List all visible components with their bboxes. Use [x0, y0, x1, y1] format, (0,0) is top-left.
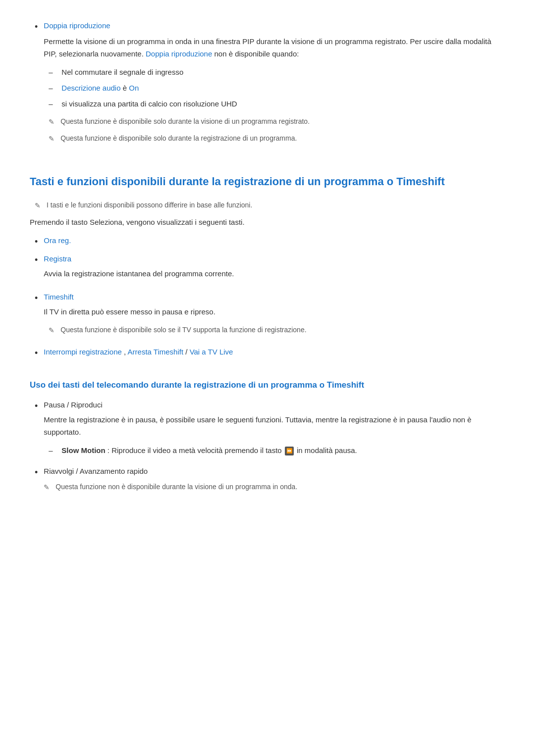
dash-item-3: – si visualizza una partita di calcio co… [49, 98, 505, 110]
riavvolgi-item: • Riavvolgi / Avanzamento rapido Questa … [30, 465, 505, 498]
ora-reg-link[interactable]: Ora reg. [44, 236, 71, 245]
section1-intro: Premendo il tasto Seleziona, vengono vis… [30, 216, 505, 229]
bullet-dot-registra: • [35, 254, 38, 266]
registra-content: Registra Avvia la registrazione istantan… [44, 253, 505, 286]
doppia-riproduzione-inline-link[interactable]: Doppia riproduzione [146, 50, 212, 58]
on-value: On [129, 84, 139, 92]
timeshift-item: • Timeshift Il TV in diretta può essere … [30, 291, 505, 341]
dash-1: – [49, 66, 54, 78]
pausa-riproduci-item: • Pausa / Riproduci Mentre la registrazi… [30, 399, 505, 460]
descrizione-audio-link[interactable]: Descrizione audio [61, 84, 120, 92]
timeshift-description: Il TV in diretta può essere messo in pau… [44, 306, 505, 318]
slow-motion-text: : Riproduce il video a metà velocità pre… [107, 446, 284, 454]
doppia-riproduzione-link[interactable]: Doppia riproduzione [44, 21, 110, 30]
timeshift-content: Timeshift Il TV in diretta può essere me… [44, 291, 505, 341]
doppia-riproduzione-sublist: – Nel commutare il segnale di ingresso –… [49, 66, 505, 110]
pencil-icon-3 [35, 200, 43, 207]
pencil-icon-2 [49, 133, 56, 141]
pausa-riproduci-title: Pausa / Riproduci [44, 401, 102, 409]
dash-item-1: – Nel commutare il segnale di ingresso [49, 66, 505, 78]
interrompi-registrazione-link[interactable]: Interrompi registrazione [44, 348, 122, 356]
timeshift-note: Questa funzione è disponibile solo se il… [49, 324, 505, 335]
doppia-riproduzione-description: Permette la visione di un programma in o… [44, 36, 505, 60]
pencil-icon-1 [49, 116, 56, 124]
bullet-dot-interrompi: • [35, 347, 38, 359]
section2-heading: Uso dei tasti del telecomando durante la… [30, 379, 505, 391]
pausa-sublist: – Slow Motion : Riproduce il video a met… [49, 445, 505, 456]
timeshift-link[interactable]: Timeshift [44, 293, 73, 301]
dash-item-2: – Descrizione audio è On [49, 82, 505, 94]
section2-bullets: • Pausa / Riproduci Mentre la registrazi… [30, 399, 505, 498]
registra-description: Avvia la registrazione istantanea del pr… [44, 268, 505, 280]
slow-motion-label: Slow Motion [61, 446, 105, 454]
pausa-riproduci-description: Mentre la registrazione è in pausa, è po… [44, 414, 505, 439]
pencil-icon-4 [49, 324, 56, 332]
interrompi-item: • Interrompi registrazione , Arresta Tim… [30, 346, 505, 359]
section1-heading: Tasti e funzioni disponibili durante la … [30, 174, 505, 190]
riavvolgi-content: Riavvolgi / Avanzamento rapido Questa fu… [44, 465, 505, 498]
interrompi-content: Interrompi registrazione , Arresta Times… [44, 346, 505, 358]
dash-slow: – [49, 445, 54, 456]
section1-bullets: • Ora reg. • Registra Avvia la registraz… [30, 235, 505, 359]
section1-note: I tasti e le funzioni disponibili posson… [35, 200, 505, 210]
ora-reg-content: Ora reg. [44, 235, 505, 247]
note-1: Questa funzione è disponibile solo duran… [49, 116, 505, 127]
note-2: Questa funzione è disponibile solo duran… [49, 133, 505, 144]
riavvolgi-note: Questa funzione non è disponibile durant… [44, 481, 505, 492]
top-bullet-section: • Doppia riproduzione Permette la vision… [30, 20, 505, 150]
ora-reg-item: • Ora reg. [30, 235, 505, 248]
bullet-dot-riavvolgi: • [35, 466, 38, 479]
pencil-icon-5 [44, 481, 52, 489]
doppia-riproduzione-content: Doppia riproduzione Permette la visione … [44, 20, 505, 150]
dash-2: – [49, 82, 54, 94]
ff-button-icon: ⏩ [285, 447, 294, 455]
bullet-dot: • [35, 21, 38, 33]
bullet-dot-ora: • [35, 236, 38, 248]
arresta-timeshift-link[interactable]: Arresta Timeshift [128, 348, 184, 356]
riavvolgi-title: Riavvolgi / Avanzamento rapido [44, 467, 148, 475]
vai-tv-live-link[interactable]: Vai a TV Live [190, 348, 233, 356]
registra-link[interactable]: Registra [44, 254, 71, 263]
pausa-riproduci-content: Pausa / Riproduci Mentre la registrazion… [44, 399, 505, 460]
slow-motion-item: – Slow Motion : Riproduce il video a met… [49, 445, 505, 456]
bullet-dot-timeshift: • [35, 292, 38, 304]
bullet-dot-pausa: • [35, 400, 38, 412]
dash-3: – [49, 98, 54, 110]
doppia-riproduzione-item: • Doppia riproduzione Permette la vision… [30, 20, 505, 150]
registra-item: • Registra Avvia la registrazione istant… [30, 253, 505, 286]
